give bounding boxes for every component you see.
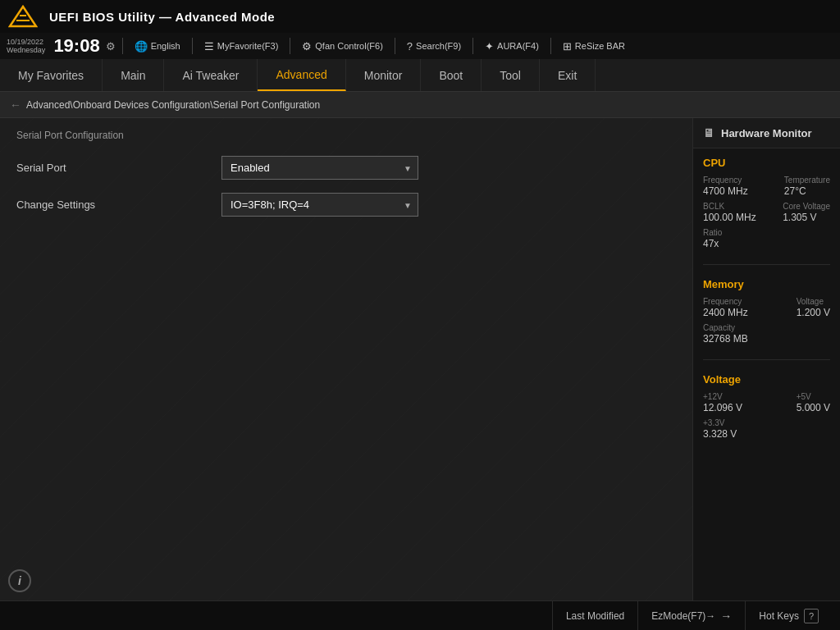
cpu-temperature-label: Temperature bbox=[784, 176, 830, 185]
toolbar-separator-2 bbox=[192, 38, 193, 54]
mem-voltage-col: Voltage 1.200 V bbox=[797, 297, 830, 318]
mem-capacity-label: Capacity bbox=[703, 323, 748, 332]
monitor-icon: 🖥 bbox=[703, 126, 714, 139]
mem-freq-voltage-row: Frequency 2400 MHz Voltage 1.200 V bbox=[703, 297, 830, 318]
search-question-icon: ? bbox=[407, 40, 413, 52]
globe-icon: 🌐 bbox=[135, 40, 148, 52]
serial-port-select-wrapper: Enabled Disabled bbox=[221, 156, 418, 180]
cpu-section-title: CPU bbox=[703, 157, 830, 169]
section-label: Serial Port Configuration bbox=[16, 130, 676, 141]
volt-12v-col: +12V 12.096 V bbox=[703, 392, 742, 413]
cpu-ratio-row: Ratio 47x bbox=[703, 228, 830, 249]
serial-port-row: Serial Port Enabled Disabled bbox=[16, 156, 676, 180]
footer: Last Modified EzMode(F7)→ → Hot Keys ? bbox=[0, 600, 840, 630]
volt-33v-label: +3.3V bbox=[703, 418, 737, 427]
cpu-temperature-value: 27°C bbox=[784, 185, 830, 197]
memory-voltage-divider bbox=[703, 359, 830, 360]
cpu-frequency-value: 4700 MHz bbox=[703, 185, 748, 197]
cpu-temperature-col: Temperature 27°C bbox=[784, 176, 830, 197]
hw-monitor-label: Hardware Monitor bbox=[721, 127, 812, 139]
myfavorite-button[interactable]: ☰ MyFavorite(F3) bbox=[199, 39, 284, 54]
gear-icon[interactable]: ⚙ bbox=[106, 40, 116, 52]
nav-advanced[interactable]: Advanced bbox=[258, 59, 345, 91]
search-button[interactable]: ? Search(F9) bbox=[402, 39, 466, 54]
hardware-monitor-sidebar: 🖥 Hardware Monitor CPU Frequency 4700 MH… bbox=[692, 118, 840, 600]
toolbar-separator-5 bbox=[472, 38, 473, 54]
content-area: Serial Port Configuration Serial Port En… bbox=[0, 118, 692, 600]
cpu-bclk-label: BCLK bbox=[703, 202, 756, 211]
header: UEFI BIOS Utility — Advanced Mode bbox=[0, 0, 840, 33]
cpu-bclk-col: BCLK 100.00 MHz bbox=[703, 202, 756, 223]
mem-capacity-row: Capacity 32768 MB bbox=[703, 323, 830, 345]
myfavorite-label: MyFavorite(F3) bbox=[217, 41, 279, 51]
volt-5v-label: +5V bbox=[797, 392, 830, 401]
mem-frequency-col: Frequency 2400 MHz bbox=[703, 297, 748, 318]
volt-12v-value: 12.096 V bbox=[703, 402, 742, 413]
nav-tool[interactable]: Tool bbox=[482, 59, 540, 91]
hot-keys-question-icon: ? bbox=[804, 609, 819, 623]
back-arrow-icon[interactable]: ← bbox=[10, 98, 21, 112]
cpu-section: CPU Frequency 4700 MHz Temperature 27°C … bbox=[693, 148, 840, 259]
main-layout: Serial Port Configuration Serial Port En… bbox=[0, 118, 840, 600]
cpu-ratio-label: Ratio bbox=[703, 228, 722, 237]
nav-boot[interactable]: Boot bbox=[421, 59, 482, 91]
mem-frequency-value: 2400 MHz bbox=[703, 307, 748, 318]
memory-section: Memory Frequency 2400 MHz Voltage 1.200 … bbox=[693, 270, 840, 354]
qfan-label: Qfan Control(F6) bbox=[315, 41, 383, 51]
memory-section-title: Memory bbox=[703, 278, 830, 290]
hw-monitor-title: 🖥 Hardware Monitor bbox=[693, 118, 840, 148]
serial-port-select[interactable]: Enabled Disabled bbox=[221, 156, 418, 180]
aura-button[interactable]: ✦ AURA(F4) bbox=[480, 39, 544, 54]
mem-voltage-label: Voltage bbox=[797, 297, 830, 306]
volt-5v-value: 5.000 V bbox=[797, 402, 830, 413]
nav-ai-tweaker[interactable]: Ai Tweaker bbox=[164, 59, 258, 91]
search-label: Search(F9) bbox=[416, 41, 461, 51]
myfavorite-icon: ☰ bbox=[204, 40, 214, 52]
mem-capacity-value: 32768 MB bbox=[703, 333, 748, 345]
ez-mode-label: EzMode(F7)→ bbox=[651, 610, 715, 622]
asus-logo bbox=[8, 4, 41, 29]
breadcrumb-path: Advanced\Onboard Devices Configuration\S… bbox=[26, 99, 320, 111]
aura-label: AURA(F4) bbox=[497, 41, 539, 51]
nav-my-favorites[interactable]: My Favorites bbox=[0, 59, 103, 91]
nav-exit[interactable]: Exit bbox=[540, 59, 596, 91]
voltage-section-title: Voltage bbox=[703, 373, 830, 386]
cpu-bclk-voltage-row: BCLK 100.00 MHz Core Voltage 1.305 V bbox=[703, 202, 830, 223]
cpu-bclk-value: 100.00 MHz bbox=[703, 212, 756, 223]
language-button[interactable]: 🌐 English bbox=[130, 39, 185, 54]
date-display: 10/19/2022Wednesday bbox=[7, 38, 45, 54]
mem-frequency-label: Frequency bbox=[703, 297, 748, 306]
volt-12v-label: +12V bbox=[703, 392, 742, 401]
ez-mode-button[interactable]: EzMode(F7)→ → bbox=[637, 601, 745, 630]
nav-main[interactable]: Main bbox=[103, 59, 164, 91]
cpu-frequency-label: Frequency bbox=[703, 176, 748, 185]
language-label: English bbox=[151, 41, 180, 51]
mem-capacity-col: Capacity 32768 MB bbox=[703, 323, 748, 345]
ez-mode-arrow-icon: → bbox=[720, 609, 732, 623]
change-settings-label: Change Settings bbox=[16, 199, 221, 211]
voltage-section: Voltage +12V 12.096 V +5V 5.000 V +3.3V … bbox=[693, 365, 840, 450]
volt-33v-col: +3.3V 3.328 V bbox=[703, 418, 737, 440]
last-modified-label: Last Modified bbox=[566, 610, 624, 622]
cpu-ratio-value: 47x bbox=[703, 238, 722, 249]
serial-port-label: Serial Port bbox=[16, 162, 221, 174]
app-title: UEFI BIOS Utility — Advanced Mode bbox=[49, 10, 275, 24]
aura-icon: ✦ bbox=[485, 40, 494, 52]
time-display: 19:08 bbox=[53, 35, 99, 57]
content-inner: Serial Port Configuration Serial Port En… bbox=[0, 118, 692, 241]
resizebar-button[interactable]: ⊞ ReSize BAR bbox=[558, 39, 630, 54]
cpu-core-voltage-value: 1.305 V bbox=[783, 212, 830, 223]
volt-33v-row: +3.3V 3.328 V bbox=[703, 418, 830, 440]
cpu-ratio-col: Ratio 47x bbox=[703, 228, 722, 249]
resizebar-label: ReSize BAR bbox=[575, 41, 625, 51]
nav-monitor[interactable]: Monitor bbox=[346, 59, 422, 91]
qfan-button[interactable]: ⚙ Qfan Control(F6) bbox=[297, 39, 388, 54]
datetime: 10/19/2022Wednesday bbox=[7, 38, 45, 54]
hot-keys-button[interactable]: Hot Keys ? bbox=[745, 601, 832, 630]
change-settings-select-wrapper: IO=3F8h; IRQ=4 IO=2F8h; IRQ=3 IO=3E8h; I… bbox=[221, 193, 418, 217]
toolbar-separator-3 bbox=[290, 38, 290, 54]
last-modified-button[interactable]: Last Modified bbox=[552, 601, 637, 630]
info-icon[interactable]: i bbox=[8, 569, 31, 592]
toolbar: 10/19/2022Wednesday 19:08 ⚙ 🌐 English ☰ … bbox=[0, 33, 840, 59]
change-settings-select[interactable]: IO=3F8h; IRQ=4 IO=2F8h; IRQ=3 IO=3E8h; I… bbox=[221, 193, 418, 217]
